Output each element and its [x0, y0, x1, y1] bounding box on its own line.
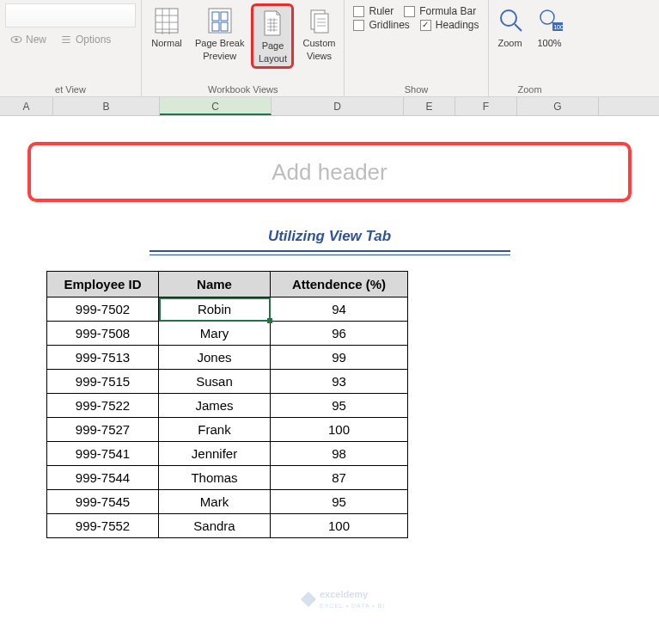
show-group-label: Show — [348, 83, 484, 95]
eye-icon — [10, 34, 22, 46]
table-row: 999-7552 Sandra 100 — [47, 514, 408, 538]
cell-name[interactable]: Frank — [159, 418, 271, 442]
cell-name[interactable]: Sandra — [159, 514, 271, 538]
zoom-icon — [497, 5, 523, 36]
gridlines-label: Gridlines — [369, 19, 409, 31]
table-row: 999-7508 Mary 96 — [47, 322, 408, 346]
th-employee-id[interactable]: Employee ID — [47, 272, 159, 297]
title-underline — [149, 250, 510, 252]
zoom-group: Zoom 100 100% Zoom — [489, 0, 571, 96]
th-attendance[interactable]: Attendence (%) — [271, 272, 408, 297]
cell-id[interactable]: 999-7515 — [47, 370, 159, 394]
cell-id[interactable]: 999-7552 — [47, 514, 159, 538]
sheetview-options-button[interactable]: Options — [55, 31, 116, 48]
formula-label: Formula Bar — [419, 5, 476, 17]
custom-views-button[interactable]: Custom Views — [297, 3, 340, 64]
formulabar-checkbox[interactable]: Formula Bar — [404, 5, 476, 17]
custom-views-label-2: Views — [307, 51, 332, 62]
cell-att[interactable]: 96 — [271, 322, 408, 346]
col-header-g[interactable]: G — [517, 97, 599, 115]
col-header-d[interactable]: D — [272, 97, 404, 115]
cell-id[interactable]: 999-7541 — [47, 442, 159, 466]
pagebreak-label-2: Preview — [203, 51, 236, 62]
cell-name[interactable]: Jennifer — [159, 442, 271, 466]
zoom-group-label: Zoom — [492, 83, 568, 95]
page-layout-button[interactable]: Page Layout — [251, 3, 294, 69]
checkbox-icon — [404, 6, 415, 17]
page-header-placeholder[interactable]: Add header — [27, 142, 632, 202]
column-headers: A B C D E F G — [0, 97, 659, 116]
col-header-a[interactable]: A — [0, 97, 53, 115]
cell-att[interactable]: 99 — [271, 346, 408, 370]
ruler-label: Ruler — [369, 5, 394, 17]
table-row: 999-7515 Susan 93 — [47, 370, 408, 394]
checkbox-checked-icon — [420, 20, 431, 31]
cell-name[interactable]: Thomas — [159, 466, 271, 490]
cell-name[interactable]: Mark — [159, 490, 271, 514]
sheetview-dropdown[interactable] — [5, 3, 136, 28]
cell-att[interactable]: 98 — [271, 442, 408, 466]
cell-id[interactable]: 999-7508 — [47, 322, 159, 346]
sheetview-group-label: et View — [3, 83, 137, 95]
cell-att[interactable]: 94 — [271, 297, 408, 322]
svg-rect-9 — [314, 14, 328, 33]
svg-point-10 — [501, 10, 516, 26]
zoom-100-button[interactable]: 100 100% — [532, 3, 568, 51]
cell-id[interactable]: 999-7527 — [47, 418, 159, 442]
zoom-button[interactable]: Zoom — [492, 3, 528, 51]
cell-id[interactable]: 999-7502 — [47, 297, 159, 322]
table-row: 999-7541 Jennifer 98 — [47, 442, 408, 466]
page-layout-icon — [259, 8, 285, 39]
table-row: 999-7522 James 95 — [47, 394, 408, 418]
cell-att[interactable]: 87 — [271, 466, 408, 490]
table-row: 999-7502 Robin 94 — [47, 297, 408, 322]
cell-att[interactable]: 93 — [271, 370, 408, 394]
checkbox-icon — [353, 20, 364, 31]
normal-view-icon — [154, 5, 180, 36]
cell-name[interactable]: Mary — [159, 322, 271, 346]
pagebreak-preview-button[interactable]: Page Break Preview — [192, 3, 247, 64]
svg-point-11 — [540, 10, 554, 24]
headings-checkbox[interactable]: Headings — [420, 19, 479, 31]
cell-id[interactable]: 999-7522 — [47, 394, 159, 418]
sheetview-new-button[interactable]: New — [5, 31, 52, 48]
cell-id[interactable]: 999-7544 — [47, 466, 159, 490]
list-icon — [60, 34, 72, 46]
page-layout-label-1: Page — [262, 40, 284, 52]
table-row: 999-7544 Thomas 87 — [47, 466, 408, 490]
ruler-checkbox[interactable]: Ruler — [353, 5, 394, 17]
cell-name[interactable]: Susan — [159, 370, 271, 394]
table-row: 999-7527 Frank 100 — [47, 418, 408, 442]
cell-att[interactable]: 100 — [271, 418, 408, 442]
pagebreak-icon — [207, 5, 233, 36]
col-header-f[interactable]: F — [455, 97, 517, 115]
workbook-views-label: Workbook Views — [145, 83, 340, 95]
cell-id[interactable]: 999-7513 — [47, 346, 159, 370]
sheet-title[interactable]: Utilizing View Tab — [27, 228, 632, 250]
svg-text:100: 100 — [553, 24, 563, 30]
cell-att[interactable]: 95 — [271, 490, 408, 514]
normal-view-button[interactable]: Normal — [145, 3, 188, 51]
show-group: Ruler Formula Bar Gridlines Headings Sho… — [345, 0, 488, 96]
header-placeholder-text: Add header — [272, 159, 387, 186]
col-header-b[interactable]: B — [53, 97, 160, 115]
zoom-100-label: 100% — [537, 38, 561, 49]
ribbon: New Options et View Normal — [0, 0, 659, 97]
sheetview-options-label: Options — [76, 34, 111, 46]
gridlines-checkbox[interactable]: Gridlines — [353, 19, 409, 31]
custom-views-label-1: Custom — [303, 38, 336, 49]
table-header-row: Employee ID Name Attendence (%) — [47, 272, 408, 297]
cell-att[interactable]: 100 — [271, 514, 408, 538]
svg-point-1 — [15, 38, 18, 41]
col-header-e[interactable]: E — [404, 97, 455, 115]
zoom-label: Zoom — [497, 38, 522, 49]
cell-att[interactable]: 95 — [271, 394, 408, 418]
table-row: 999-7545 Mark 95 — [47, 490, 408, 514]
th-name[interactable]: Name — [159, 272, 271, 297]
cell-id[interactable]: 999-7545 — [47, 490, 159, 514]
normal-view-label: Normal — [151, 38, 181, 49]
cell-name[interactable]: Jones — [159, 346, 271, 370]
col-header-c[interactable]: C — [160, 97, 272, 115]
cell-name[interactable]: James — [159, 394, 271, 418]
cell-name-active[interactable]: Robin — [159, 297, 271, 322]
